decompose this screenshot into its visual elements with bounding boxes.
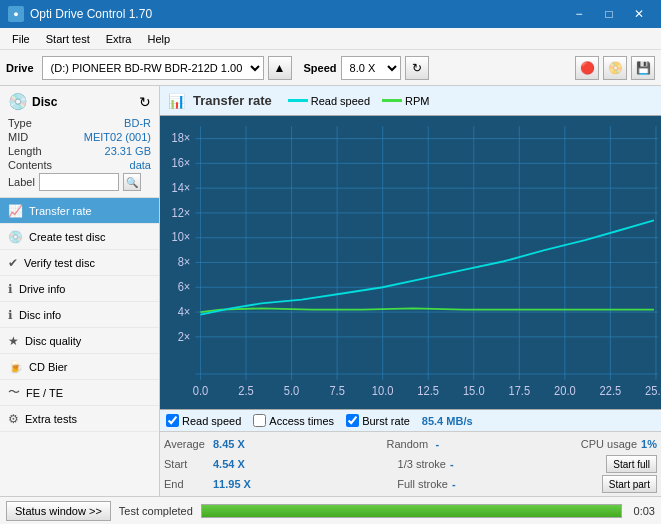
status-bar: Status window >> Test completed 0:03 [0,496,661,524]
stat-full-stroke: Full stroke - [397,478,455,490]
svg-text:8×: 8× [178,254,191,269]
chart-controls: Read speed Access times Burst rate 85.4 … [160,409,661,431]
title-bar: ● Opti Drive Control 1.70 − □ ✕ [0,0,661,28]
nav-label-transfer-rate: Transfer rate [29,205,92,217]
transfer-rate-icon: 📈 [8,204,23,218]
disc-type-value: BD-R [124,117,151,129]
chart-area: 18× 16× 14× 12× 10× 8× 6× 4× 2× 0.0 2.5 … [160,116,661,409]
chart-legend: Read speed RPM [288,95,430,107]
legend-rpm: RPM [382,95,429,107]
svg-text:16×: 16× [171,155,190,170]
read-speed-checkbox[interactable] [166,414,179,427]
disc-refresh-icon[interactable]: ↻ [139,94,151,110]
right-panel: 📊 Transfer rate Read speed RPM [160,86,661,496]
svg-text:17.5: 17.5 [508,383,530,398]
disc-icon: 💿 [8,92,28,111]
disc-mid-value: MEIT02 (001) [84,131,151,143]
svg-text:2×: 2× [178,329,191,344]
burst-rate-checkbox[interactable] [346,414,359,427]
legend-rpm-label: RPM [405,95,429,107]
status-text: Test completed [119,505,193,517]
nav-item-disc-info[interactable]: ℹ Disc info [0,302,159,328]
legend-read-speed-color [288,99,308,102]
stat-end-label: End [164,478,209,490]
menu-extra[interactable]: Extra [98,28,140,49]
minimize-button[interactable]: − [565,3,593,25]
toolbar-btn-1[interactable]: 🔴 [575,56,599,80]
drive-select[interactable]: (D:) PIONEER BD-RW BDR-212D 1.00 [42,56,264,80]
speed-select[interactable]: 8.0 X [341,56,401,80]
nav-label-disc-quality: Disc quality [25,335,81,347]
nav-item-extra-tests[interactable]: ⚙ Extra tests [0,406,159,432]
chart-header: 📊 Transfer rate Read speed RPM [160,86,661,116]
access-times-checkbox-label: Access times [269,415,334,427]
stat-start-value: 4.54 X [213,458,245,470]
nav-item-transfer-rate[interactable]: 📈 Transfer rate [0,198,159,224]
create-test-disc-icon: 💿 [8,230,23,244]
checkbox-burst-rate: Burst rate [346,414,410,427]
nav-item-cd-bier[interactable]: 🍺 CD Bier [0,354,159,380]
extra-tests-icon: ⚙ [8,412,19,426]
disc-contents-value: data [130,159,151,171]
progress-bar-fill [202,505,621,517]
stat-third-stroke: 1/3 stroke - [398,458,454,470]
toolbar-btn-2[interactable]: 📀 [603,56,627,80]
drive-label: Drive [6,62,34,74]
eject-button[interactable]: ▲ [268,56,292,80]
stat-start-full-container: Start full [606,455,657,473]
stat-third-stroke-value: - [450,458,454,470]
svg-text:12×: 12× [171,205,190,220]
maximize-button[interactable]: □ [595,3,623,25]
svg-text:20.0: 20.0 [554,383,576,398]
svg-text:25.0: 25.0 [645,383,661,398]
stat-cpu-label: CPU usage [581,438,637,450]
menu-file[interactable]: File [4,28,38,49]
nav-item-drive-info[interactable]: ℹ Drive info [0,276,159,302]
stat-end-value: 11.95 X [213,478,251,490]
nav-item-verify-test-disc[interactable]: ✔ Verify test disc [0,250,159,276]
start-part-button[interactable]: Start part [602,475,657,493]
refresh-button[interactable]: ↻ [405,56,429,80]
cd-bier-icon: 🍺 [8,360,23,374]
chart-svg: 18× 16× 14× 12× 10× 8× 6× 4× 2× 0.0 2.5 … [160,120,661,405]
disc-mid-row: MID MEIT02 (001) [8,131,151,143]
close-button[interactable]: ✕ [625,3,653,25]
stats-row-2: Start 4.54 X 1/3 stroke - Start full [164,454,657,474]
start-full-button[interactable]: Start full [606,455,657,473]
svg-text:6×: 6× [178,279,191,294]
stat-full-stroke-label: Full stroke [397,478,448,490]
nav-label-drive-info: Drive info [19,283,65,295]
svg-text:10.0: 10.0 [372,383,394,398]
access-times-checkbox[interactable] [253,414,266,427]
stat-random-value: - [435,438,439,450]
nav-item-disc-quality[interactable]: ★ Disc quality [0,328,159,354]
stat-cpu-value: 1% [641,438,657,450]
stat-start-label: Start [164,458,209,470]
svg-text:5.0: 5.0 [284,383,300,398]
status-window-button[interactable]: Status window >> [6,501,111,521]
drive-info-icon: ℹ [8,282,13,296]
disc-label-btn[interactable]: 🔍 [123,173,141,191]
status-time: 0:03 [634,505,655,517]
nav-item-fe-te[interactable]: 〜 FE / TE [0,380,159,406]
disc-label-input[interactable] [39,173,119,191]
disc-contents-row: Contents data [8,159,151,171]
nav-label-fe-te: FE / TE [26,387,63,399]
disc-info-icon: ℹ [8,308,13,322]
menu-start-test[interactable]: Start test [38,28,98,49]
nav-item-create-test-disc[interactable]: 💿 Create test disc [0,224,159,250]
svg-text:7.5: 7.5 [329,383,345,398]
menu-help[interactable]: Help [139,28,178,49]
app-icon: ● [8,6,24,22]
stat-average: Average 8.45 X [164,438,245,450]
save-button[interactable]: 💾 [631,56,655,80]
disc-length-value: 23.31 GB [105,145,151,157]
legend-read-speed-label: Read speed [311,95,370,107]
disc-type-label: Type [8,117,32,129]
stats-row-1: Average 8.45 X Random - CPU usage 1% [164,434,657,454]
legend-read-speed: Read speed [288,95,370,107]
chart-title: Transfer rate [193,93,272,108]
verify-test-disc-icon: ✔ [8,256,18,270]
left-panel: 💿 Disc ↻ Type BD-R MID MEIT02 (001) Leng… [0,86,160,496]
disc-label-row: Label 🔍 [8,173,151,191]
